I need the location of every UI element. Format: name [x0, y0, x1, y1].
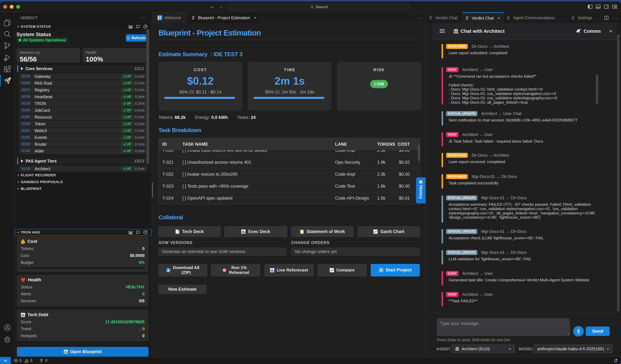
svg-text:$: $	[22, 241, 24, 243]
